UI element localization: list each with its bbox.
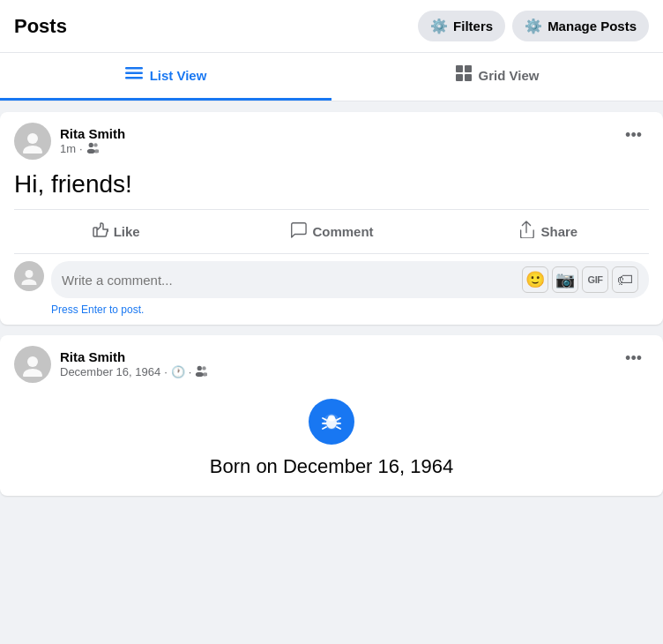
comment-input-1[interactable] — [62, 273, 517, 288]
sticker-icon: 🏷 — [617, 271, 633, 289]
svg-rect-4 — [465, 65, 472, 72]
page-header: Posts ⚙️ Filters ⚙️ Manage Posts — [0, 0, 663, 53]
user-details-1: Rita Smith 1m · — [60, 126, 125, 156]
page-title: Posts — [14, 15, 67, 38]
svg-rect-5 — [456, 74, 463, 81]
more-options-button-1[interactable]: ••• — [618, 123, 649, 148]
post-user-info-1: Rita Smith 1m · — [14, 123, 125, 160]
svg-line-28 — [323, 427, 326, 429]
svg-point-7 — [27, 133, 38, 144]
gif-icon: GIF — [588, 274, 603, 285]
birthday-text: Born on December 16, 1964 — [0, 450, 663, 496]
svg-point-14 — [22, 280, 37, 286]
post-actions-1: Like Comment Share — [0, 210, 663, 253]
svg-line-29 — [337, 427, 340, 429]
svg-rect-0 — [125, 67, 143, 70]
manage-posts-icon: ⚙️ — [525, 18, 542, 34]
svg-point-18 — [196, 372, 204, 377]
camera-button[interactable]: 📷 — [552, 266, 578, 293]
svg-point-23 — [328, 416, 335, 422]
post-card-1: Rita Smith 1m · ••• Hi, friend — [0, 112, 663, 325]
tab-list-view[interactable]: List View — [0, 53, 332, 101]
filters-icon: ⚙️ — [430, 18, 448, 34]
tab-grid-view[interactable]: Grid View — [332, 53, 663, 101]
post-content-1: Hi, friends! — [0, 167, 663, 209]
avatar-2 — [14, 346, 51, 383]
svg-rect-2 — [125, 77, 143, 79]
comment-area-1: 🙂 📷 GIF 🏷 — [0, 254, 663, 302]
audience-icon-2 — [195, 364, 207, 379]
comment-icon — [289, 221, 307, 243]
filters-button[interactable]: ⚙️ Filters — [418, 11, 505, 41]
comment-input-wrap-1: 🙂 📷 GIF 🏷 — [51, 261, 649, 298]
avatar-1 — [14, 123, 51, 160]
like-icon — [91, 221, 108, 243]
post-meta-1: 1m · — [60, 141, 125, 156]
press-enter-hint: Press Enter to post. — [0, 302, 663, 325]
svg-point-13 — [26, 270, 34, 278]
sticker-button[interactable]: 🏷 — [612, 266, 638, 293]
user-name-2: Rita Smith — [60, 349, 207, 364]
svg-point-16 — [23, 369, 42, 377]
audience-icon-1 — [86, 141, 99, 156]
birthday-icon-wrap — [0, 390, 663, 450]
post-user-info-2: Rita Smith December 16, 1964 · 🕐 · — [14, 346, 207, 383]
share-icon — [518, 221, 535, 243]
grid-view-icon — [456, 65, 472, 86]
post-header-1: Rita Smith 1m · ••• — [0, 112, 663, 167]
manage-posts-button[interactable]: ⚙️ Manage Posts — [512, 11, 649, 41]
svg-point-8 — [23, 146, 42, 154]
camera-icon: 📷 — [555, 270, 575, 289]
share-button-1[interactable]: Share — [440, 213, 656, 250]
emoji-button[interactable]: 🙂 — [522, 266, 548, 293]
view-tabs: List View Grid View — [0, 53, 663, 101]
svg-point-20 — [203, 372, 207, 376]
svg-point-12 — [93, 149, 98, 153]
birthday-icon — [309, 399, 354, 445]
svg-rect-6 — [465, 74, 472, 81]
svg-point-17 — [197, 366, 202, 371]
like-button-1[interactable]: Like — [7, 213, 223, 250]
user-name-1: Rita Smith — [60, 126, 125, 141]
comment-icons-1: 🙂 📷 GIF 🏷 — [522, 266, 638, 293]
more-options-button-2[interactable]: ••• — [618, 346, 649, 371]
svg-point-10 — [87, 149, 95, 154]
list-view-icon — [125, 66, 143, 85]
svg-point-9 — [88, 143, 93, 147]
svg-point-11 — [93, 143, 97, 146]
svg-point-19 — [203, 366, 206, 370]
post-meta-2: December 16, 1964 · 🕐 · — [60, 364, 207, 379]
post-card-2: Rita Smith December 16, 1964 · 🕐 · — [0, 335, 663, 496]
header-actions: ⚙️ Filters ⚙️ Manage Posts — [418, 11, 649, 41]
post-header-2: Rita Smith December 16, 1964 · 🕐 · — [0, 335, 663, 390]
svg-rect-1 — [125, 72, 143, 75]
clock-icon: 🕐 — [171, 365, 185, 378]
svg-rect-3 — [456, 65, 463, 72]
comment-avatar-1 — [14, 261, 44, 291]
user-details-2: Rita Smith December 16, 1964 · 🕐 · — [60, 349, 207, 379]
comment-button-1[interactable]: Comment — [223, 213, 439, 250]
emoji-icon: 🙂 — [525, 270, 545, 289]
svg-point-15 — [27, 356, 38, 367]
gif-button[interactable]: GIF — [582, 266, 608, 293]
